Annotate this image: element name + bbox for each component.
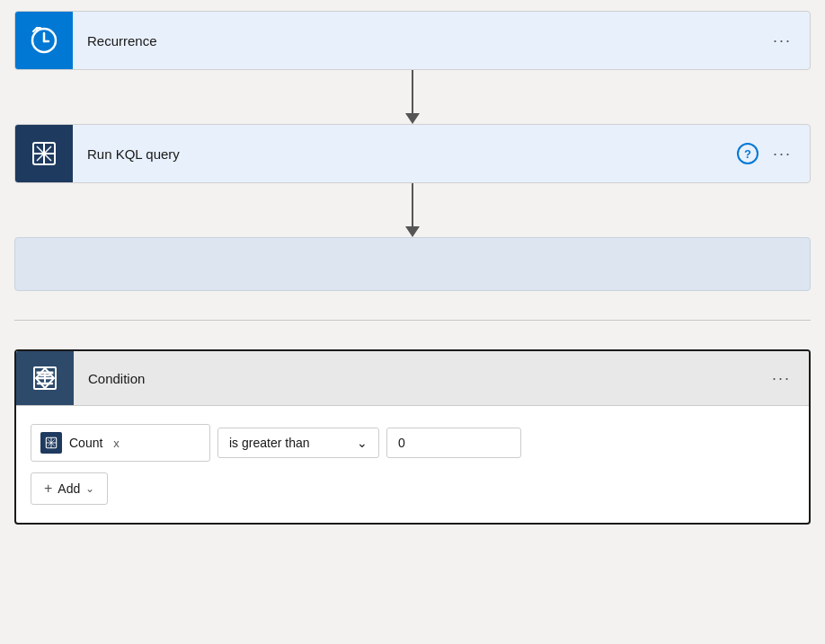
condition-value-input[interactable]: 0	[386, 428, 521, 458]
condition-operator-dropdown[interactable]: is greater than ⌄	[217, 428, 379, 458]
arrow-line-1	[412, 70, 413, 113]
condition-card: Condition ···	[14, 349, 811, 525]
plus-icon: +	[44, 481, 52, 497]
recurrence-actions: ···	[769, 28, 810, 54]
arrow-head-2	[405, 226, 420, 237]
recurrence-more-button[interactable]: ···	[769, 28, 795, 54]
recurrence-icon	[15, 12, 73, 69]
condition-operator-label: is greater than	[229, 436, 310, 450]
kql-help-button[interactable]: ?	[737, 143, 758, 164]
kql-title: Run KQL query	[73, 146, 737, 162]
recurrence-title: Recurrence	[73, 33, 769, 49]
kql-more-button[interactable]: ···	[769, 141, 795, 167]
arrow-2	[405, 183, 420, 237]
flow-canvas: Recurrence ··· Run KQL query ? ···	[14, 11, 811, 525]
clock-icon-svg	[30, 26, 58, 55]
condition-body: Count x is greater than ⌄ 0 + Add ⌄	[16, 406, 809, 523]
arrow-head-1	[405, 113, 420, 124]
condition-icon-svg	[31, 364, 59, 393]
condition-more-button[interactable]: ···	[768, 366, 794, 392]
kql-icon	[15, 125, 73, 182]
chevron-down-icon: ⌄	[357, 436, 368, 450]
arrow-1	[405, 70, 420, 124]
kql-actions: ? ···	[737, 141, 810, 167]
condition-field-label: Count	[69, 436, 102, 450]
add-condition-button[interactable]: + Add ⌄	[31, 472, 108, 505]
add-label: Add	[58, 481, 80, 496]
field-icon	[40, 432, 62, 454]
kql-step: Run KQL query ? ···	[14, 124, 811, 183]
arrow-line-2	[412, 183, 413, 226]
condition-title: Condition	[74, 371, 768, 386]
condition-field[interactable]: Count x	[31, 424, 210, 462]
recurrence-step: Recurrence ···	[14, 11, 811, 70]
field-kql-icon	[45, 437, 58, 449]
condition-header: Condition ···	[16, 351, 809, 406]
kql-icon-svg	[30, 139, 58, 168]
add-chevron-icon: ⌄	[85, 482, 94, 495]
condition-icon	[16, 351, 74, 405]
divider-1	[14, 320, 811, 321]
condition-row: Count x is greater than ⌄ 0	[31, 424, 794, 462]
condition-field-remove[interactable]: x	[113, 437, 120, 450]
blank-step-area	[14, 237, 811, 291]
condition-actions: ···	[768, 366, 809, 392]
